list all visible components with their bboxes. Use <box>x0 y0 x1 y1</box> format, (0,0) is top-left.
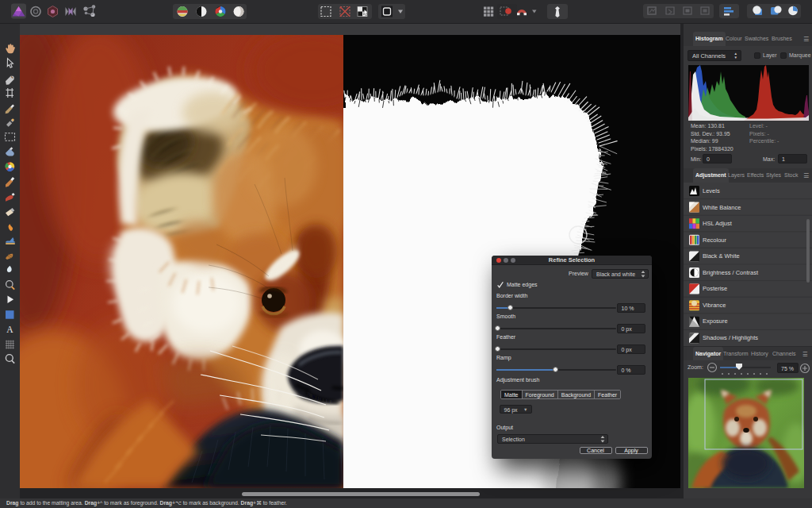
svg-text:A: A <box>6 325 13 334</box>
